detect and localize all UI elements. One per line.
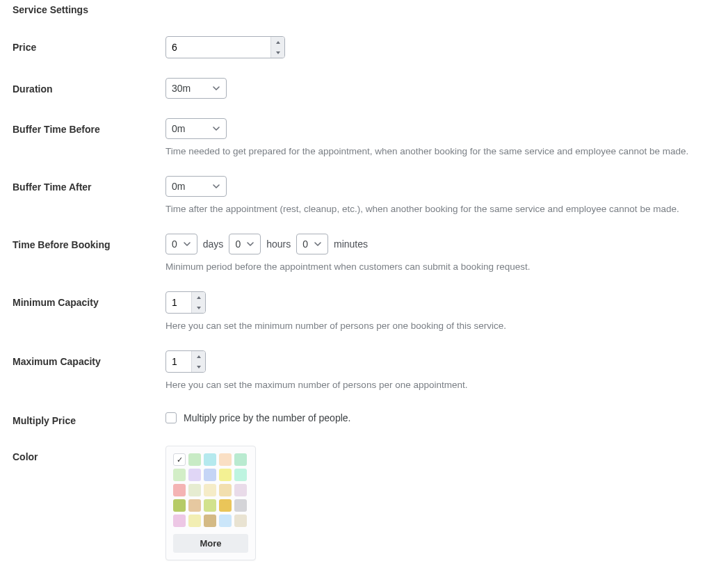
color-label: Color	[13, 446, 165, 462]
color-swatch-19[interactable]	[234, 499, 247, 512]
color-swatch-24[interactable]	[234, 515, 247, 527]
color-swatch-22[interactable]	[204, 515, 216, 527]
price-input-wrap	[165, 36, 285, 58]
price-step-up[interactable]	[271, 37, 284, 47]
max-capacity-label: Maximum Capacity	[13, 350, 165, 367]
time-before-help: Minimum period before the appointment wh…	[165, 261, 715, 272]
color-swatch-7[interactable]	[204, 469, 216, 481]
color-swatch-8[interactable]	[219, 469, 232, 481]
time-before-days-select[interactable]: 0	[165, 234, 197, 254]
hours-unit: hours	[266, 238, 291, 250]
chevron-down-icon	[212, 124, 220, 133]
buffer-before-select[interactable]: 0m	[165, 118, 227, 139]
color-swatch-1[interactable]	[188, 453, 201, 466]
buffer-before-help: Time needed to get prepared for the appo…	[165, 146, 715, 156]
buffer-after-label: Buffer Time After	[13, 176, 165, 193]
color-swatch-0[interactable]: ✓	[173, 453, 186, 466]
chevron-down-icon	[183, 240, 191, 248]
price-step-down[interactable]	[271, 47, 284, 58]
time-before-hours-select[interactable]: 0	[229, 234, 261, 254]
buffer-after-select[interactable]: 0m	[165, 176, 227, 197]
price-input[interactable]	[166, 37, 270, 58]
time-before-label: Time Before Booking	[13, 234, 165, 250]
color-swatch-20[interactable]	[173, 515, 186, 527]
buffer-before-value: 0m	[172, 123, 185, 134]
color-swatch-23[interactable]	[219, 515, 232, 527]
max-capacity-step-up[interactable]	[192, 351, 205, 362]
max-capacity-help: Here you can set the maximum number of p…	[165, 380, 715, 390]
color-swatch-3[interactable]	[219, 453, 232, 466]
color-swatch-2[interactable]	[204, 453, 216, 466]
multiply-checkbox-label: Multiply price by the number of people.	[184, 412, 350, 423]
color-swatch-14[interactable]	[234, 484, 247, 496]
color-swatch-13[interactable]	[219, 484, 232, 496]
color-swatch-5[interactable]	[173, 469, 186, 481]
color-swatches: ✓	[173, 453, 248, 527]
color-swatch-12[interactable]	[204, 484, 216, 496]
color-swatch-16[interactable]	[188, 499, 201, 512]
color-swatch-15[interactable]	[173, 499, 186, 512]
duration-label: Duration	[13, 78, 165, 95]
color-swatch-18[interactable]	[219, 499, 232, 512]
time-before-minutes-value: 0	[302, 238, 308, 250]
max-capacity-step-down[interactable]	[192, 362, 205, 372]
color-more-button[interactable]: More	[173, 534, 248, 553]
min-capacity-help: Here you can set the minimum number of p…	[165, 321, 715, 331]
duration-select[interactable]: 30m	[165, 78, 227, 99]
duration-value: 30m	[172, 83, 191, 94]
time-before-minutes-select[interactable]: 0	[296, 234, 328, 254]
min-capacity-step-down[interactable]	[192, 302, 205, 313]
max-capacity-input[interactable]	[166, 351, 191, 372]
min-capacity-step-up[interactable]	[192, 292, 205, 302]
color-swatch-11[interactable]	[188, 484, 201, 496]
color-swatch-4[interactable]	[234, 453, 247, 466]
color-swatch-21[interactable]	[188, 515, 201, 527]
color-swatch-17[interactable]	[204, 499, 216, 512]
multiply-checkbox[interactable]	[165, 412, 177, 423]
min-capacity-label: Minimum Capacity	[13, 291, 165, 308]
color-swatch-6[interactable]	[188, 469, 201, 481]
buffer-after-help: Time after the appointment (rest, cleanu…	[165, 204, 715, 214]
max-capacity-wrap	[165, 350, 206, 373]
chevron-down-icon	[212, 84, 220, 92]
color-palette: ✓ More	[165, 446, 256, 560]
minutes-unit: minutes	[334, 238, 368, 250]
price-label: Price	[13, 36, 165, 53]
buffer-after-value: 0m	[172, 181, 185, 192]
color-swatch-10[interactable]	[173, 484, 186, 496]
time-before-days-value: 0	[172, 238, 177, 250]
time-before-hours-value: 0	[235, 238, 241, 250]
color-swatch-9[interactable]	[234, 469, 247, 481]
buffer-before-label: Buffer Time Before	[13, 118, 165, 135]
min-capacity-input[interactable]	[166, 292, 191, 313]
section-title: Service Settings	[13, 4, 715, 15]
chevron-down-icon	[212, 182, 220, 191]
multiply-label: Multiply Price	[13, 410, 165, 426]
days-unit: days	[203, 238, 224, 250]
chevron-down-icon	[314, 240, 322, 248]
chevron-down-icon	[246, 240, 254, 248]
min-capacity-wrap	[165, 291, 206, 314]
